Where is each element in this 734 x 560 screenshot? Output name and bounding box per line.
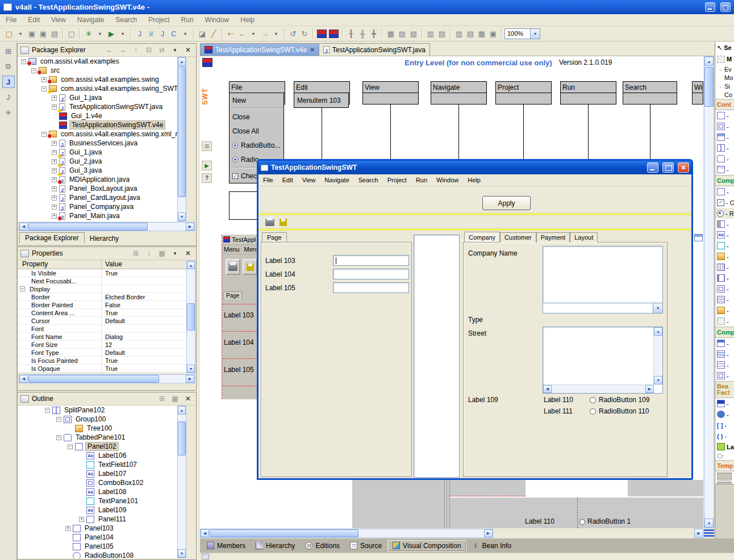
outline-item[interactable]: Panel104: [18, 533, 186, 542]
tab-layout[interactable]: Layout: [570, 232, 598, 243]
link-editor-icon[interactable]: ⇄: [157, 46, 167, 54]
property-row[interactable]: Font Size12: [18, 341, 186, 349]
palette-event-tool[interactable]: →Ev: [715, 65, 734, 73]
new-type-dropdown-icon[interactable]: ▼: [180, 28, 191, 39]
palette-item-table[interactable]: -: [715, 316, 734, 327]
tab-hierarchy[interactable]: Hierarchy: [85, 233, 124, 244]
properties-menu-icon[interactable]: ▼: [170, 251, 180, 256]
outline-item[interactable]: AbLabel107: [18, 469, 186, 478]
property-row[interactable]: Border PaintedFalse: [18, 301, 186, 309]
design-print-button[interactable]: [226, 259, 240, 275]
tree-item[interactable]: com.assisi.v4all.examples.swing_SWT: [18, 84, 186, 93]
field-103[interactable]: [333, 255, 409, 266]
tree-item[interactable]: MDIApplication.java: [18, 175, 186, 184]
outline-item[interactable]: TabbedPane101: [18, 433, 186, 442]
restore-button[interactable]: [720, 2, 731, 12]
menu-navigate[interactable]: Navigate: [72, 16, 110, 24]
preview-minimize-button[interactable]: [647, 162, 658, 173]
street-textarea[interactable]: ▲ ▼ ◀ ▶: [543, 327, 663, 394]
last-edit-icon[interactable]: ⇠: [225, 28, 236, 39]
outline-item[interactable]: ComboBox102: [18, 478, 186, 487]
property-row[interactable]: BorderEtched Border: [18, 293, 186, 301]
zoom-level-field[interactable]: 100%: [504, 28, 531, 39]
preview-menu-navigate[interactable]: Navigate: [320, 177, 353, 183]
print-icon[interactable]: ▤: [49, 28, 60, 39]
eraser-icon[interactable]: ◪: [197, 28, 208, 39]
tree-item[interactable]: Gui_1.v4e: [18, 111, 186, 120]
properties-hscrollbar[interactable]: ◀ ▶: [19, 374, 195, 383]
palette-item-window[interactable]: -: [715, 338, 734, 349]
expand-toggle[interactable]: [79, 517, 84, 522]
new-interface-icon[interactable]: C: [168, 28, 180, 39]
expand-toggle[interactable]: [56, 417, 61, 422]
tree-item[interactable]: Gui_3.java: [18, 166, 186, 175]
tree-item[interactable]: Gui_2.java: [18, 157, 186, 166]
design-label-105[interactable]: Label 105: [224, 366, 254, 374]
property-group-row[interactable]: Display: [18, 285, 186, 293]
editor-tab-v4e[interactable]: TestApplicationSwingSWT.v4e ✕: [200, 43, 319, 56]
palette-item-styled[interactable]: -: [715, 370, 734, 381]
print-icon[interactable]: [265, 219, 274, 226]
palette-simple-connection-tool[interactable]: →Si: [715, 82, 734, 90]
tree-mode-icon[interactable]: ⊞: [131, 249, 141, 257]
tree-item[interactable]: com.assisi.v4all.examples.swing: [18, 75, 186, 84]
company-name-textarea[interactable]: [543, 246, 663, 311]
close-tab-icon[interactable]: ✕: [310, 47, 314, 53]
preview-close-button[interactable]: [678, 162, 689, 173]
combo-dropdown-icon[interactable]: ▼: [653, 303, 662, 313]
design-save-button[interactable]: [243, 259, 257, 275]
package-explorer-vscrollbar[interactable]: ▲ ▼: [177, 57, 186, 222]
expand-toggle[interactable]: [56, 435, 61, 440]
value-column[interactable]: Value: [102, 260, 196, 269]
tab-hierarchy-bottom[interactable]: Hierarchy: [251, 541, 299, 551]
palette-item-composite[interactable]: -: [715, 110, 734, 121]
design-label-103[interactable]: Label 103: [224, 311, 254, 319]
expand-toggle[interactable]: [52, 159, 57, 164]
palette-item-combo[interactable]: -: [715, 283, 734, 294]
expand-toggle[interactable]: [52, 105, 57, 110]
design-menu-search[interactable]: Search: [623, 81, 677, 105]
outline-item[interactable]: Group100: [18, 415, 186, 424]
street-hscrollbar[interactable]: ◀ ▶: [543, 385, 654, 393]
menu-search[interactable]: Search: [110, 16, 143, 24]
palette-item-bean[interactable]: -: [715, 409, 734, 420]
design-edit-dropdown[interactable]: MenuItem 103: [294, 93, 349, 108]
up-nav-icon[interactable]: ↑: [131, 46, 141, 54]
palette-item-tabfolder[interactable]: -: [715, 153, 734, 164]
property-row[interactable]: Is Focus PaintedTrue: [18, 357, 186, 365]
design-menuitem-close[interactable]: Close: [230, 110, 283, 124]
collapse-all-icon[interactable]: ⊟: [144, 46, 154, 54]
design-sash[interactable]: [444, 480, 450, 528]
field-104[interactable]: [333, 269, 409, 279]
apply-button[interactable]: Apply: [482, 196, 531, 210]
palette-item-brackets[interactable]: [ ]-: [715, 420, 734, 431]
editor-tab-java[interactable]: TestApplicationSwingSWT.java: [319, 43, 430, 56]
preview-menu-help[interactable]: Help: [463, 177, 485, 183]
palette-item-la[interactable]: La: [715, 441, 734, 452]
sort-icon[interactable]: ↕: [144, 249, 154, 257]
expand-toggle[interactable]: [20, 286, 25, 291]
design-page-tab[interactable]: Page: [223, 291, 242, 299]
design-menu-project[interactable]: Project: [495, 81, 552, 105]
palette-item-parens[interactable]: ( )-: [715, 431, 734, 441]
design-label-104[interactable]: Label 104: [224, 338, 254, 346]
radiobutton-110[interactable]: RadioButton 110: [590, 407, 649, 415]
tree-item[interactable]: TestApplicationSwingSWT.java: [18, 102, 186, 111]
preview-menu-window[interactable]: Window: [432, 177, 463, 183]
back-nav-icon[interactable]: ←: [105, 46, 115, 54]
match-height-icon[interactable]: ▤: [465, 28, 476, 39]
palette-item-form[interactable]: -: [715, 164, 734, 175]
preview-menu-project[interactable]: Project: [383, 177, 411, 183]
palette-selection-tool[interactable]: ↖Se: [715, 42, 734, 53]
palette-simple-connection-line2[interactable]: Co: [715, 90, 734, 99]
distribute-v-icon[interactable]: ▤: [436, 28, 448, 39]
fit-icon[interactable]: ▣: [487, 28, 499, 39]
outline-item[interactable]: TextPane101: [18, 496, 186, 505]
debug-perspective-icon[interactable]: ✳: [2, 106, 15, 119]
distribute-h-icon[interactable]: ▥: [425, 28, 436, 39]
tree-item[interactable]: Panel_BoxLayout.java: [18, 184, 186, 193]
expand-toggle[interactable]: [68, 444, 73, 449]
template-thumbnail[interactable]: [717, 473, 732, 480]
expand-toggle[interactable]: [52, 168, 57, 173]
property-row[interactable]: Font TypeDefault: [18, 349, 186, 357]
